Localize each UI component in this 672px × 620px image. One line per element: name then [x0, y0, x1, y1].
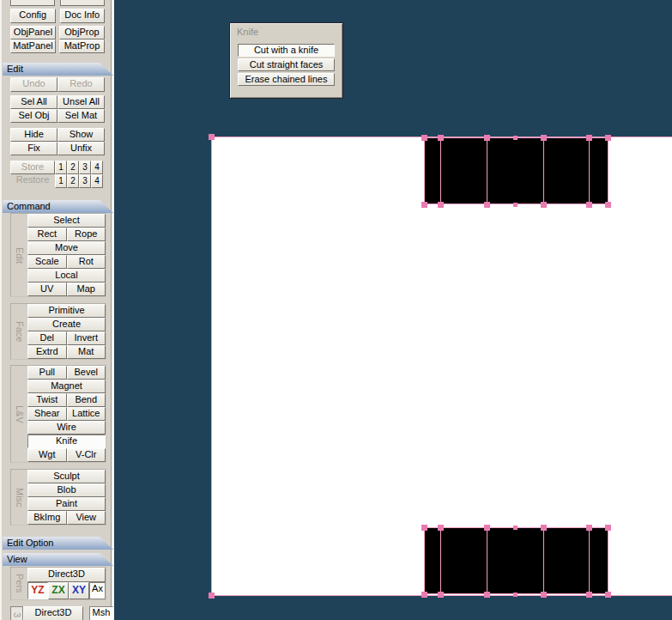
partial-button[interactable]	[10, 0, 55, 6]
uv-button[interactable]: UV	[27, 283, 67, 296]
background-image-button[interactable]: BkImg	[27, 511, 67, 525]
vertex-handle[interactable]	[586, 202, 592, 208]
selected-face[interactable]	[424, 527, 608, 594]
vertex-handle[interactable]	[484, 202, 490, 208]
vertex-handle[interactable]	[209, 593, 215, 599]
paint-button[interactable]: Paint	[27, 497, 106, 511]
twist-button[interactable]: Twist	[27, 393, 67, 407]
blob-button[interactable]: Blob	[27, 483, 106, 497]
vertex-handle[interactable]	[484, 592, 490, 598]
doc-info-button[interactable]: Doc Info	[60, 9, 106, 23]
vertex-handle[interactable]	[484, 135, 490, 141]
vertex-handle[interactable]	[605, 592, 611, 598]
vertex-handle[interactable]	[513, 526, 518, 530]
delete-button[interactable]: Del	[27, 331, 67, 345]
rotate-button[interactable]: Rot	[67, 255, 106, 269]
yz-view-button[interactable]: YZ	[27, 582, 48, 599]
magnet-button[interactable]: Magnet	[27, 380, 106, 393]
partial-button[interactable]	[60, 0, 105, 6]
vertex-handle[interactable]	[513, 593, 518, 597]
view-panel-header[interactable]: View	[3, 553, 113, 566]
wire-button[interactable]: Wire	[27, 421, 106, 435]
vertex-handle[interactable]	[438, 592, 444, 598]
redo-button[interactable]: Redo	[58, 77, 105, 92]
weight-button[interactable]: Wgt	[27, 448, 67, 462]
vertex-handle[interactable]	[438, 525, 444, 531]
vertex-handle[interactable]	[421, 202, 427, 208]
cut-with-knife-button[interactable]: Cut with a knife	[238, 44, 335, 57]
vertex-color-button[interactable]: V-Clr	[67, 448, 106, 462]
vertex-handle[interactable]	[438, 202, 444, 208]
material-button[interactable]: Mat	[67, 345, 106, 359]
vertex-handle[interactable]	[421, 135, 427, 141]
store-slot-2-button[interactable]: 2	[67, 161, 79, 174]
vertex-handle[interactable]	[586, 135, 592, 141]
unfix-button[interactable]: Unfix	[58, 142, 105, 155]
hide-button[interactable]: Hide	[10, 128, 58, 142]
restore-slot-3-button[interactable]: 3	[79, 174, 91, 188]
restore-slot-2-button[interactable]: 2	[67, 174, 79, 188]
vertex-handle[interactable]	[209, 134, 215, 140]
vertex-handle[interactable]	[541, 202, 547, 208]
command-panel-header[interactable]: Command	[3, 200, 113, 213]
rect-button[interactable]: Rect	[27, 228, 67, 241]
sculpt-button[interactable]: Sculpt	[27, 470, 106, 483]
vertex-handle[interactable]	[605, 202, 611, 208]
local-button[interactable]: Local	[27, 269, 106, 283]
obj-prop-button[interactable]: ObjProp	[59, 26, 105, 40]
unselect-all-button[interactable]: Unsel All	[58, 95, 105, 109]
select-material-button[interactable]: Sel Mat	[58, 109, 105, 123]
select-button[interactable]: Select	[27, 214, 106, 228]
scale-button[interactable]: Scale	[27, 255, 67, 269]
edit-panel-header[interactable]: Edit	[3, 63, 113, 76]
undo-button[interactable]: Undo	[10, 77, 58, 92]
knife-panel-title[interactable]: Knife	[230, 23, 342, 44]
create-button[interactable]: Create	[27, 318, 106, 331]
erase-chained-lines-button[interactable]: Erase chained lines	[238, 73, 335, 86]
vertex-handle[interactable]	[586, 592, 592, 598]
restore-slot-4-button[interactable]: 4	[91, 174, 103, 188]
bend-button[interactable]: Bend	[67, 393, 106, 407]
select-all-button[interactable]: Sel All	[10, 95, 58, 109]
zx-view-button[interactable]: ZX	[48, 582, 69, 599]
fix-button[interactable]: Fix	[10, 142, 58, 155]
lattice-button[interactable]: Lattice	[67, 407, 106, 421]
vertex-handle[interactable]	[421, 525, 427, 531]
vertex-handle[interactable]	[438, 135, 444, 141]
view-button[interactable]: View	[67, 511, 106, 525]
direct3d-renderer-button[interactable]: Direct3D	[27, 568, 106, 582]
obj-panel-button[interactable]: ObjPanel	[10, 26, 56, 40]
store-slot-1-button[interactable]: 1	[55, 161, 67, 174]
vertex-handle[interactable]	[541, 525, 547, 531]
mat-panel-button[interactable]: MatPanel	[10, 40, 56, 53]
direct3d-mode-button[interactable]: Direct3D	[23, 606, 83, 620]
restore-slot-1-button[interactable]: 1	[55, 174, 67, 188]
mat-prop-button[interactable]: MatProp	[59, 40, 105, 53]
knife-button[interactable]: Knife	[27, 435, 106, 448]
vertex-handle[interactable]	[541, 135, 547, 141]
xy-view-button[interactable]: XY	[69, 582, 89, 599]
vertex-handle[interactable]	[513, 203, 518, 207]
config-button[interactable]: Config	[10, 9, 56, 23]
pull-button[interactable]: Pull	[27, 366, 67, 380]
vertex-handle[interactable]	[605, 135, 611, 141]
store-slot-3-button[interactable]: 3	[79, 161, 91, 174]
select-object-button[interactable]: Sel Obj	[10, 109, 58, 123]
bevel-button[interactable]: Bevel	[67, 366, 106, 380]
move-button[interactable]: Move	[27, 241, 106, 255]
store-slot-4-button[interactable]: 4	[91, 161, 103, 174]
vertex-handle[interactable]	[421, 592, 427, 598]
edit-option-panel-header[interactable]: Edit Option	[3, 537, 113, 550]
map-button[interactable]: Map	[67, 283, 106, 296]
shear-button[interactable]: Shear	[27, 407, 67, 421]
primitive-button[interactable]: Primitive	[27, 304, 106, 318]
invert-button[interactable]: Invert	[67, 331, 106, 345]
vertex-handle[interactable]	[586, 525, 592, 531]
rope-button[interactable]: Rope	[67, 228, 106, 241]
mesh-toggle-button[interactable]: Msh	[89, 606, 113, 620]
cut-straight-faces-button[interactable]: Cut straight faces	[238, 58, 335, 71]
vertex-handle[interactable]	[484, 525, 490, 531]
vertex-handle[interactable]	[541, 592, 547, 598]
extrude-button[interactable]: Extrd	[27, 345, 67, 359]
show-button[interactable]: Show	[58, 128, 105, 142]
